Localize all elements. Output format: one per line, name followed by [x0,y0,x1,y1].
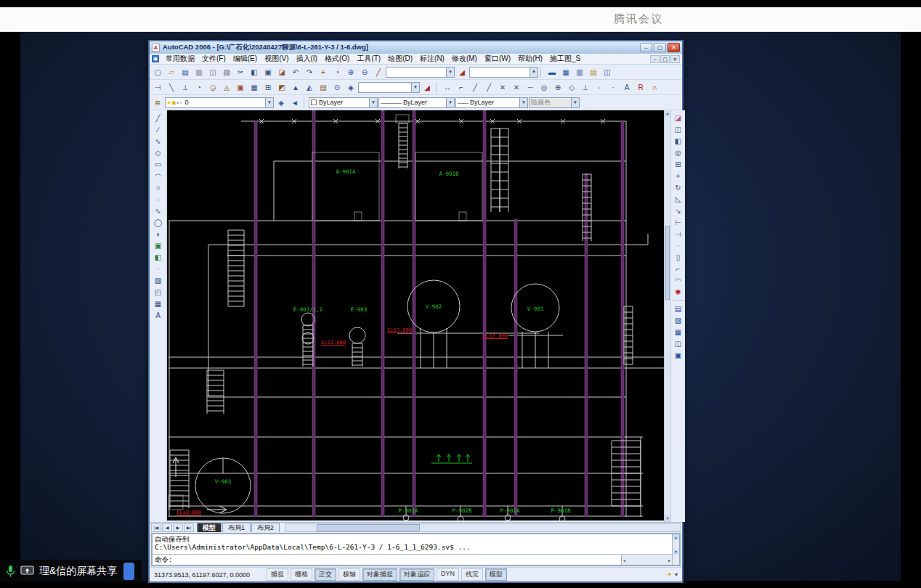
region-icon[interactable]: ◰ [151,286,166,298]
copy-icon[interactable]: ◧ [248,66,261,78]
scroll-left-icon[interactable]: ◀ [623,558,625,563]
combo-arrow-icon[interactable]: ▼ [411,83,419,92]
zoom-realtime-icon[interactable]: ◔ [330,66,344,78]
menu-item-11[interactable]: 帮助(H) [514,54,546,64]
menu-item-6[interactable]: 工具(T) [353,54,384,64]
markup-manager-icon[interactable]: ◫ [601,66,614,78]
restore-button[interactable]: ▢ [654,43,666,52]
combo-arrow-icon[interactable]: ▼ [446,98,454,107]
spline-icon[interactable]: ∿ [151,205,166,216]
tb2-plane-icon[interactable]: ⊥ [179,81,192,94]
scroll-up-icon[interactable]: ▲ [665,110,670,117]
tb2-arrow-icon[interactable]: ◢ [421,81,434,94]
perpendicular-icon[interactable]: ⊥ [579,81,592,94]
point-mark-icon[interactable]: · [606,81,620,94]
text-a-icon[interactable]: A [620,81,633,94]
style-pencil-icon[interactable]: ╱ [372,66,385,78]
drawing-canvas[interactable]: A-901AA-901BE-901/1,2E-903V-902V-901V-90… [167,110,664,520]
command-prompt[interactable]: 命令: [153,555,672,565]
status-menu-arrow-icon[interactable]: ▾ [675,571,678,578]
status-toggle-捕捉[interactable]: 捕捉 [267,568,288,581]
menu-item-0[interactable]: 常用数据 [162,54,198,64]
mirror-icon[interactable]: ◧ [671,135,686,147]
command-h-scrollbar[interactable]: ◀ ▶ [621,555,672,565]
polygon-icon[interactable]: ◇ [151,147,166,158]
menu-item-12[interactable]: 施工图_S [546,54,584,64]
erase-icon[interactable]: ◪ [671,112,686,123]
copy-objects-icon[interactable]: ◫ [671,123,686,135]
tab-模型[interactable]: 模型 [197,523,222,532]
banner-blue-tag[interactable] [123,563,134,580]
break2-icon[interactable]: ✕ [510,81,523,94]
combo-arrow-icon[interactable]: ▼ [369,98,377,107]
dim-linear-icon[interactable]: ↔ [441,81,454,94]
linetype-pencil-icon[interactable]: ◢ [455,66,468,78]
publish-icon[interactable]: ▨ [220,66,233,78]
doc-minimize-button[interactable]: – [650,55,660,63]
command-window[interactable]: 自动保存到C:\Users\Administrator\AppData\Loca… [151,533,681,566]
status-toggle-DYN[interactable]: DYN [437,568,459,581]
color-combo[interactable]: ByLayer ▼ [309,97,378,108]
arc-n-icon[interactable]: ∩ [648,81,661,94]
menu-item-4[interactable]: 插入(I) [292,54,320,64]
make-object-layer-current-icon[interactable]: ◈ [275,97,288,109]
fillet-icon[interactable]: ◠ [671,274,686,286]
tab-nav-icon-2[interactable]: ▶ [173,523,183,532]
ellipse-arc-icon[interactable]: ◗ [151,228,166,240]
circle-mark-icon[interactable]: ◎ [537,81,551,94]
save-icon[interactable]: ▤ [179,66,192,78]
draworder-front-icon[interactable]: ▤ [671,303,686,314]
tb2-view-icon[interactable]: ◔ [192,81,206,94]
line-icon[interactable]: ╱ [151,112,166,123]
properties-palette-icon[interactable]: ▬ [545,66,559,78]
tb2-shade-icon[interactable]: ◶ [206,81,219,94]
toolbar-combo-1[interactable]: ▼ [386,67,455,78]
chamfer-icon[interactable]: ⌐ [671,263,686,274]
combo-arrow-icon[interactable]: ▼ [571,98,579,107]
point-icon[interactable]: · [151,263,166,274]
center-mark-icon[interactable]: ⊕ [551,81,564,94]
tb2-3d-icon[interactable]: ◬ [220,81,233,94]
titlebar[interactable]: A AutoCAD 2006 - [G:\广石化\20240427聊源\6-L-… [150,41,682,54]
zoom-window-icon[interactable]: ⊕ [344,66,357,78]
combo-arrow-icon[interactable]: ▼ [265,98,273,107]
status-toggle-对象捕捉[interactable]: 对象捕捉 [362,568,397,581]
minimize-button[interactable]: – [640,43,652,52]
tab-nav-icon-3[interactable]: ▶| [184,523,194,532]
break-icon[interactable]: ▯ [671,251,686,263]
extend-icon[interactable]: ⊣ [671,228,686,240]
doc-close-button[interactable]: ✕ [670,55,680,63]
combo-arrow-icon[interactable]: ▼ [530,68,537,77]
scroll-down-icon[interactable]: ▼ [673,549,679,555]
menu-item-3[interactable]: 视图(V) [261,54,292,64]
draworder-above-icon[interactable]: ▦ [671,326,686,338]
status-toggle-极轴[interactable]: 极轴 [338,568,360,581]
trim-icon[interactable]: ⊢ [671,216,686,228]
layers-manager-icon[interactable]: ≣ [151,97,164,109]
plot-style-combo[interactable]: 随颜色 ▼ [529,97,580,108]
tb2-solid-icon[interactable]: ◩ [275,81,288,94]
scale-icon[interactable]: ◺ [671,193,686,205]
scroll-right-icon[interactable]: ▶ [668,558,670,563]
zoom-previous-icon[interactable]: ⊖ [358,66,371,78]
draworder-under-icon[interactable]: ◫ [671,338,686,349]
designcenter-icon[interactable]: ▦ [559,66,572,78]
menu-item-5[interactable]: 格式(O) [321,54,353,64]
match-properties-icon[interactable]: ◪ [275,66,288,78]
tb2-sphere-icon[interactable]: ⊙ [330,81,344,94]
status-toggle-栅格[interactable]: 栅格 [291,568,312,581]
ellipse-icon[interactable]: ◯ [151,216,166,228]
redo-icon[interactable]: ↷ [303,66,316,78]
plot-icon[interactable]: ▥ [192,66,206,78]
canvas-vertical-scrollbar[interactable]: ▲ ▼ [664,110,670,522]
tb2-ucs-icon[interactable]: ⊣ [151,81,164,94]
undo-icon[interactable]: ↶ [289,66,302,78]
horizontal-scroll-thumb[interactable] [317,524,419,531]
toolbar-combo-2[interactable]: ▼ [469,67,538,78]
offset-icon[interactable]: ◎ [671,147,686,158]
order-misc-icon[interactable]: ▣ [671,349,686,361]
stretch-icon[interactable]: ↘ [671,205,686,216]
command-scrollbar[interactable]: ▲ ▼ [672,534,679,565]
canvas-horizontal-scrollbar[interactable] [285,523,681,532]
line1-icon[interactable]: ╱ [468,81,482,94]
